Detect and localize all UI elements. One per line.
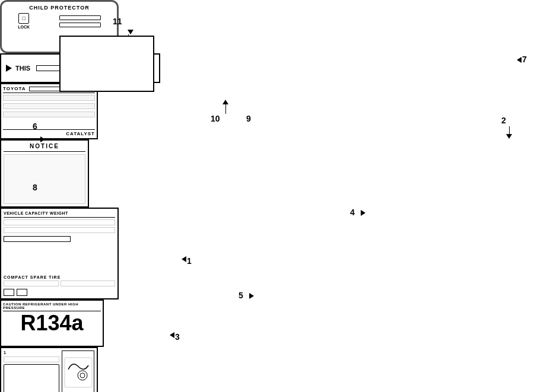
- arrow-1: [182, 256, 186, 262]
- item-7-diagram: [63, 355, 93, 390]
- item-vcw-spare-text: COMPACT SPARE TIRE: [4, 275, 115, 279]
- number-5-label: 5: [239, 291, 243, 300]
- item-9-main-text: R134a: [20, 313, 83, 334]
- item-11-box: [59, 36, 154, 92]
- arrow-5: [249, 293, 254, 299]
- diagram-container: 11 6 CHILD PROTECTOR □ LOCK 8 THIS SYSTE…: [0, 0, 534, 392]
- item-vcw-footer: [4, 289, 115, 296]
- item-vcw-line-2: [4, 227, 115, 233]
- item-6-inner: □ LOCK: [5, 13, 114, 29]
- arrow-2: [506, 134, 512, 139]
- arrow-3: [170, 332, 174, 338]
- arrow-10: [223, 100, 228, 104]
- item-6-lock-text: LOCK: [18, 25, 30, 29]
- item-1-toyota-text: TOYOTA: [3, 86, 26, 91]
- item-7-left-section: 1: [4, 350, 59, 392]
- svg-point-1: [78, 371, 87, 380]
- item-7-box: 1: [0, 347, 98, 392]
- item-vcw-bl-2: [61, 281, 116, 286]
- item-3-notice: NOTICE: [0, 139, 89, 208]
- item-1-lines: [3, 95, 95, 128]
- item-vcw-lines: [4, 219, 115, 273]
- number-1-label: 1: [187, 256, 192, 266]
- number-3-label: 3: [175, 332, 180, 342]
- item-3-title: NOTICE: [4, 143, 85, 152]
- number-9-label: 9: [246, 114, 251, 123]
- item-7-right-section: [62, 350, 94, 392]
- item-8-arrow-icon: [6, 65, 12, 72]
- connector-10: [225, 104, 226, 114]
- item-6-line-1: [59, 15, 101, 20]
- item-vcw-foot-box-2: [17, 289, 27, 296]
- number-7-label: 7: [522, 55, 527, 64]
- arrow-11: [128, 30, 134, 34]
- item-8-this-word: THIS: [15, 65, 30, 72]
- item-7-line-1: [4, 356, 59, 362]
- item-1-line-1: [3, 95, 95, 101]
- item-9-r134a: CAUTION REFRIGERANT UNDER HIGH PRESSURE …: [0, 299, 104, 347]
- item-6-line-2: [59, 23, 101, 27]
- item-vcw-line-1: [4, 219, 115, 225]
- item-6-lines: [59, 15, 101, 27]
- svg-point-2: [80, 373, 85, 378]
- svg-rect-0: [65, 358, 92, 387]
- number-8-label: 8: [33, 183, 37, 192]
- item-1-catalyst-text: CATALYST: [3, 129, 95, 136]
- number-11-label: 11: [113, 17, 122, 26]
- arrow-7: [517, 57, 522, 63]
- arrow-6: [40, 136, 45, 142]
- item-9-caution-text: CAUTION REFRIGERANT UNDER HIGH PRESSURE: [3, 302, 101, 311]
- item-1-line-3: [3, 111, 95, 117]
- number-6-label: 6: [33, 122, 37, 131]
- item-3-content: [4, 154, 85, 204]
- item-1-line-2: [3, 103, 95, 109]
- item-vcw-box: VEHICLE CAPACITY WEIGHT COMPACT SPARE TI…: [0, 208, 119, 299]
- item-vcw-title: VEHICLE CAPACITY WEIGHT: [4, 211, 115, 218]
- arrow-4: [361, 210, 365, 216]
- item-7-small-num: 1: [4, 350, 59, 355]
- item-7-inner-box: [4, 364, 59, 392]
- item-vcw-bl-1: [4, 281, 59, 286]
- item-6-title: CHILD PROTECTOR: [29, 5, 89, 11]
- number-4-label: 4: [350, 208, 355, 217]
- number-10-label: 10: [211, 114, 220, 123]
- item-vcw-foot-box-1: [4, 289, 14, 296]
- item-vcw-bottom-lines: [4, 281, 115, 286]
- item-vcw-bar: [4, 236, 71, 242]
- number-2-label: 2: [501, 116, 506, 125]
